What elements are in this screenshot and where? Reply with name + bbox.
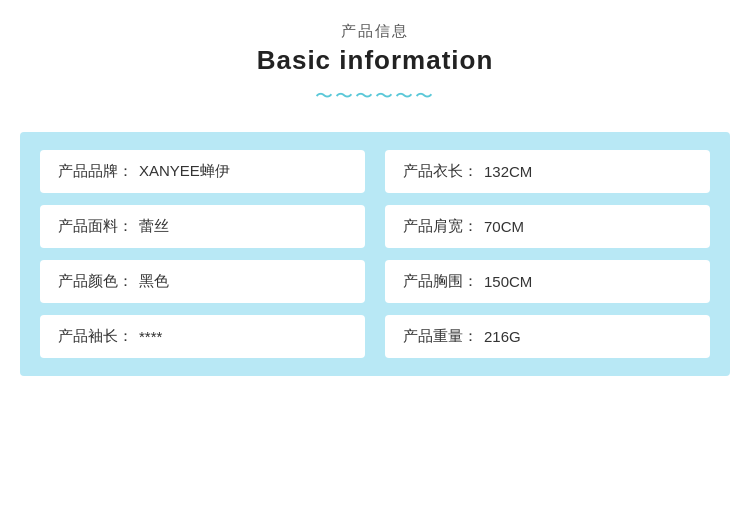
subtitle: 产品信息 [257,22,494,41]
info-item-7: 产品重量：216G [385,315,710,358]
info-item-4: 产品颜色：黑色 [40,260,365,303]
info-label-0: 产品品牌： [58,162,133,181]
info-item-0: 产品品牌：XANYEE蝉伊 [40,150,365,193]
header-section: 产品信息 Basic information 〜〜〜〜〜〜 [257,0,494,118]
info-label-5: 产品胸围： [403,272,478,291]
wave-decoration: 〜〜〜〜〜〜 [257,84,494,108]
info-item-1: 产品衣长：132CM [385,150,710,193]
info-item-5: 产品胸围：150CM [385,260,710,303]
info-value-0: XANYEE蝉伊 [139,162,230,181]
info-item-2: 产品面料：蕾丝 [40,205,365,248]
info-panel: 产品品牌：XANYEE蝉伊产品衣长：132CM产品面料：蕾丝产品肩宽：70CM产… [20,132,730,376]
info-value-5: 150CM [484,273,532,290]
info-item-3: 产品肩宽：70CM [385,205,710,248]
info-label-4: 产品颜色： [58,272,133,291]
main-title: Basic information [257,45,494,76]
info-label-6: 产品袖长： [58,327,133,346]
info-value-1: 132CM [484,163,532,180]
info-value-2: 蕾丝 [139,217,169,236]
info-label-7: 产品重量： [403,327,478,346]
info-value-6: **** [139,328,162,345]
info-label-1: 产品衣长： [403,162,478,181]
info-label-3: 产品肩宽： [403,217,478,236]
info-value-4: 黑色 [139,272,169,291]
info-value-3: 70CM [484,218,524,235]
info-value-7: 216G [484,328,521,345]
info-item-6: 产品袖长：**** [40,315,365,358]
info-label-2: 产品面料： [58,217,133,236]
